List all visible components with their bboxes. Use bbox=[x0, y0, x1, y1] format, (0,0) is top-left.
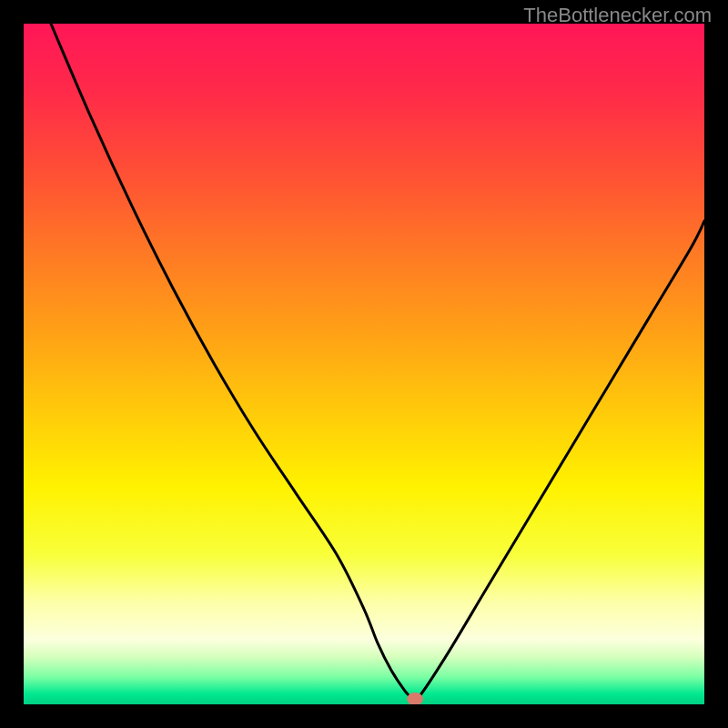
chart-background bbox=[24, 24, 704, 704]
chart-frame: TheBottlenecker.com bbox=[0, 0, 728, 728]
chart-svg bbox=[24, 24, 704, 704]
plot-area bbox=[24, 24, 704, 704]
watermark-text: TheBottlenecker.com bbox=[523, 4, 712, 27]
